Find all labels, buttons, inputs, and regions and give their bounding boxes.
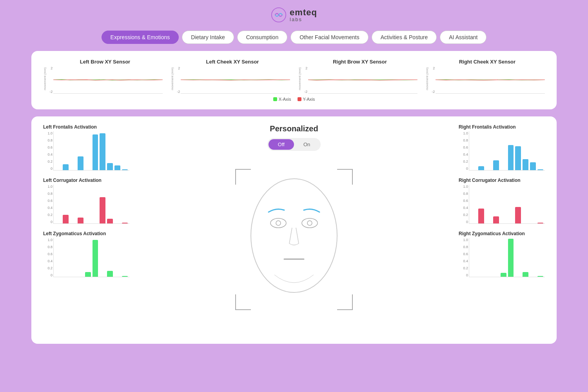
- logo-text: emteq labs: [290, 8, 317, 22]
- left-brow-chart: movement (mm) Left Brow XY Sensor 2 -2: [43, 59, 163, 94]
- personalized-title: Personalized: [270, 124, 318, 133]
- left-cheek-chart: movement (mm) Left Cheek XY Sensor 2 -2: [171, 59, 290, 94]
- right-cheek-chart: movement (mm) Right Cheek XY Sensor 2 -2: [425, 59, 545, 94]
- tab-activities[interactable]: Activities & Posture: [372, 31, 437, 44]
- left-corrugator-chart: Left Corrugator Activation 1.0 0.8 0.6 0…: [43, 178, 129, 224]
- sensor-legend: X-Axis Y-Axis: [43, 97, 545, 102]
- bottom-panel: Left Frontalis Activation 1.0 0.8 0.6 0.…: [31, 116, 557, 344]
- legend-y-label: Y-Axis: [303, 97, 315, 102]
- left-brow-y-title: movement (mm): [43, 59, 47, 90]
- center-section: Personalized Off On: [129, 124, 459, 322]
- right-corrugator-chart: Right Corrugator Activation 1.0 0.8 0.6 …: [459, 178, 545, 224]
- right-frontalis-bars: [469, 131, 545, 171]
- svg-point-6: [270, 218, 286, 228]
- left-charts: Left Frontalis Activation 1.0 0.8 0.6 0.…: [43, 124, 129, 322]
- left-cheek-y-title: movement (mm): [171, 59, 174, 90]
- left-corrugator-title: Left Corrugator Activation: [43, 178, 129, 183]
- left-cheek-svg: [181, 66, 290, 94]
- right-brow-svg: [308, 66, 417, 94]
- right-cheek-y-title: movement (mm): [425, 59, 429, 90]
- logo: emteq labs: [271, 7, 317, 23]
- left-frontalis-bars: [53, 131, 129, 171]
- emteq-logo-icon: [271, 7, 287, 23]
- logo-emteq: emteq: [290, 8, 317, 17]
- toggle-container: Off On: [267, 138, 321, 151]
- left-frontalis-title: Left Frontalis Activation: [43, 124, 129, 130]
- left-zygomaticus-bars: [53, 238, 129, 277]
- right-brow-chart: movement (mm) Right Brow XY Sensor 2 -2: [298, 59, 417, 94]
- right-zygomaticus-title: Right Zygomaticus Activation: [459, 231, 545, 236]
- left-zygomaticus-chart: Left Zygomaticus Activation 1.0 0.8 0.6 …: [43, 231, 129, 277]
- tab-dietary[interactable]: Dietary Intake: [182, 31, 234, 44]
- tab-expressions[interactable]: Expressions & Emotions: [102, 31, 179, 44]
- legend-y: Y-Axis: [298, 97, 315, 102]
- svg-point-7: [276, 221, 281, 225]
- sensor-panel: movement (mm) Left Brow XY Sensor 2 -2: [31, 51, 557, 109]
- right-corrugator-bars: [469, 185, 545, 224]
- legend-x-dot: [273, 97, 277, 101]
- legend-y-dot: [298, 97, 301, 101]
- left-corrugator-bars: [53, 185, 129, 224]
- left-brow-title: Left Brow XY Sensor: [47, 59, 163, 65]
- bottom-panel-inner: Left Frontalis Activation 1.0 0.8 0.6 0.…: [43, 124, 545, 322]
- legend-x-label: X-Axis: [279, 97, 291, 102]
- toggle-on-button[interactable]: On: [294, 139, 319, 150]
- svg-point-9: [307, 221, 312, 225]
- right-zygomaticus-chart: Right Zygomaticus Activation 1.0 0.8 0.6…: [459, 231, 545, 277]
- right-charts: Right Frontalis Activation 1.0 0.8 0.6 0…: [459, 124, 545, 322]
- right-frontalis-title: Right Frontalis Activation: [459, 124, 545, 130]
- right-brow-title: Right Brow XY Sensor: [302, 59, 417, 65]
- toggle-off-button[interactable]: Off: [269, 139, 294, 150]
- nav-tabs: Expressions & Emotions Dietary Intake Co…: [0, 27, 588, 51]
- svg-point-8: [302, 218, 318, 228]
- right-corrugator-title: Right Corrugator Activation: [459, 178, 545, 183]
- face-svg: [235, 165, 353, 314]
- right-frontalis-chart: Right Frontalis Activation 1.0 0.8 0.6 0…: [459, 124, 545, 171]
- face-container: [227, 157, 361, 322]
- logo-labs: labs: [290, 17, 317, 22]
- left-brow-svg: [53, 66, 163, 94]
- right-cheek-title: Right Cheek XY Sensor: [430, 59, 545, 65]
- legend-x: X-Axis: [273, 97, 291, 102]
- tab-consumption[interactable]: Consumption: [237, 31, 288, 44]
- right-brow-y-title: movement (mm): [298, 59, 301, 90]
- tab-facial[interactable]: Other Facial Movements: [290, 31, 368, 44]
- right-zygomaticus-bars: [469, 238, 545, 277]
- main-content: movement (mm) Left Brow XY Sensor 2 -2: [0, 51, 588, 344]
- left-zygomaticus-title: Left Zygomaticus Activation: [43, 231, 129, 236]
- right-cheek-svg: [436, 66, 545, 94]
- header: emteq labs: [0, 0, 588, 27]
- sensor-charts-row: movement (mm) Left Brow XY Sensor 2 -2: [43, 59, 545, 94]
- svg-point-5: [251, 179, 337, 292]
- left-frontalis-chart: Left Frontalis Activation 1.0 0.8 0.6 0.…: [43, 124, 129, 171]
- tab-ai[interactable]: AI Assistant: [440, 31, 486, 44]
- left-cheek-title: Left Cheek XY Sensor: [175, 59, 290, 65]
